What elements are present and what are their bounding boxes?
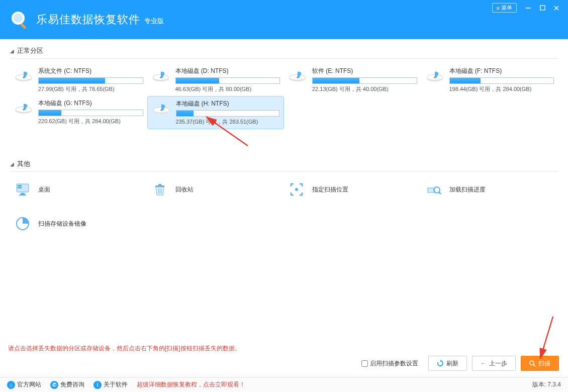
drive-name: 系统文件 (C: NTFS) [38, 67, 143, 75]
version-text: 版本: 7.3.4 [532, 380, 561, 389]
drive-stats: 235.37(GB) 可用，共 283.51(GB) [176, 118, 280, 126]
scan-label: 扫描 [538, 359, 550, 368]
partition-item[interactable]: 本地磁盘 (D: NTFS) 46.63(GB) 可用，共 80.00(GB) [147, 64, 285, 96]
other-item-load[interactable]: 加载扫描进度 [421, 177, 558, 202]
close-button[interactable] [550, 4, 563, 13]
app-subtitle: 专业版 [144, 17, 164, 26]
svg-point-15 [297, 76, 299, 78]
svg-point-1 [14, 14, 23, 23]
home-icon: ⌂ [7, 381, 15, 389]
drive-stats: 22.13(GB) 可用，共 40.00(GB) [312, 85, 417, 93]
svg-rect-27 [18, 187, 22, 188]
partitions-section: ◢ 正常分区 系统文件 (C: NTFS) 27.99(GB) 可用，共 78.… [10, 46, 558, 129]
app-logo-icon [9, 9, 30, 30]
other-label: 桌面 [38, 185, 50, 194]
maximize-button[interactable] [536, 4, 549, 13]
drive-stats: 27.99(GB) 可用，共 78.65(GB) [38, 85, 143, 93]
collapse-icon: ◢ [10, 161, 14, 167]
drive-stats: 46.63(GB) 可用，共 80.00(GB) [175, 85, 280, 93]
footer: ⌂ 官方网站 ✆ 免费咨询 i 关于软件 超级详细数据恢复教程，点击立即观看！ … [0, 377, 568, 392]
collapse-icon: ◢ [10, 48, 14, 54]
scan-params-checkbox[interactable]: 启用扫描参数设置 [361, 359, 418, 368]
other-label: 回收站 [175, 185, 194, 194]
partitions-header[interactable]: ◢ 正常分区 [10, 46, 558, 59]
svg-point-24 [160, 109, 162, 111]
desktop-icon [14, 181, 31, 198]
action-bar: 启用扫描参数设置 刷新 ← 上一步 扫描 [361, 356, 559, 371]
drive-name: 本地磁盘 (D: NTFS) [175, 67, 280, 75]
usage-bar [38, 110, 143, 116]
svg-point-12 [160, 76, 162, 78]
svg-point-35 [295, 188, 298, 191]
scan-button[interactable]: 扫描 [521, 356, 559, 371]
load-icon [425, 181, 442, 198]
drive-icon [425, 67, 444, 84]
partition-item[interactable]: 本地磁盘 (G: NTFS) 220.62(GB) 可用，共 284.00(GB… [10, 96, 147, 129]
prev-label: 上一步 [489, 359, 507, 368]
svg-point-40 [530, 361, 534, 365]
usage-bar [449, 77, 554, 84]
other-item-target[interactable]: 指定扫描位置 [284, 177, 421, 202]
other-item-recycle[interactable]: 回收站 [147, 177, 285, 202]
official-site-label: 官方网站 [17, 380, 41, 389]
scan-params-input[interactable] [361, 360, 368, 367]
other-item-desktop[interactable]: 桌面 [10, 177, 147, 202]
close-icon [553, 5, 559, 11]
svg-rect-4 [540, 6, 545, 10]
partition-item[interactable]: 本地磁盘 (H: NTFS) 235.37(GB) 可用，共 283.51(GB… [147, 96, 285, 129]
partitions-title: 正常分区 [17, 46, 43, 55]
drive-icon [152, 100, 171, 117]
partition-item[interactable]: 软件 (E: NTFS) 22.13(GB) 可用，共 40.00(GB) [284, 64, 421, 96]
info-icon: i [93, 381, 102, 389]
chat-icon: ✆ [50, 381, 58, 389]
svg-rect-28 [21, 193, 25, 194]
refresh-button[interactable]: 刷新 [428, 356, 467, 371]
partition-item[interactable]: 本地磁盘 (F: NTFS) 198.44(GB) 可用，共 284.00(GB… [421, 64, 558, 96]
drive-icon [14, 99, 33, 116]
target-icon [288, 181, 305, 198]
svg-point-18 [434, 76, 436, 78]
svg-rect-29 [19, 194, 26, 195]
drive-name: 软件 (E: NTFS) [312, 67, 417, 75]
svg-rect-30 [155, 185, 164, 187]
other-label: 指定扫描位置 [312, 185, 348, 194]
svg-rect-2 [20, 23, 26, 29]
svg-line-43 [540, 317, 553, 358]
svg-line-38 [439, 192, 441, 194]
other-label: 加载扫描进度 [449, 185, 486, 194]
drive-icon [14, 67, 33, 84]
drive-icon [288, 67, 307, 84]
usage-bar [312, 77, 417, 84]
other-item-image[interactable]: 扫描存储设备镜像 [10, 211, 147, 236]
search-icon [529, 360, 536, 367]
partition-item[interactable]: 系统文件 (C: NTFS) 27.99(GB) 可用，共 78.65(GB) [10, 64, 147, 96]
others-header[interactable]: ◢ 其他 [10, 159, 558, 172]
minimize-button[interactable] [522, 4, 535, 13]
usage-bar [175, 77, 280, 84]
refresh-label: 刷新 [446, 359, 458, 368]
consult-link[interactable]: ✆ 免费咨询 [50, 380, 84, 389]
partition-grid: 系统文件 (C: NTFS) 27.99(GB) 可用，共 78.65(GB) … [10, 64, 558, 129]
other-label: 扫描存储设备镜像 [38, 220, 86, 228]
drive-name: 本地磁盘 (H: NTFS) [176, 100, 280, 108]
svg-rect-26 [18, 185, 22, 186]
minimize-icon [525, 5, 531, 11]
drive-stats: 198.44(GB) 可用，共 284.00(GB) [449, 85, 554, 93]
image-icon [14, 215, 31, 232]
menu-label: 菜单 [501, 4, 512, 12]
official-site-link[interactable]: ⌂ 官方网站 [7, 380, 41, 389]
tutorial-link[interactable]: 超级详细数据恢复教程，点击立即观看！ [137, 380, 245, 389]
menu-button[interactable]: ≡ 菜单 [492, 3, 517, 13]
svg-line-41 [533, 364, 535, 366]
others-section: ◢ 其他 桌面 回收站 指定扫描位置 加载扫描进度 扫描存储设备镜像 [10, 159, 558, 236]
about-link[interactable]: i 关于软件 [93, 380, 128, 389]
drive-icon [151, 67, 170, 84]
recycle-icon [151, 181, 168, 198]
prev-button[interactable]: ← 上一步 [472, 356, 516, 371]
menu-icon: ≡ [497, 5, 500, 11]
svg-point-21 [23, 109, 25, 111]
refresh-icon [437, 360, 444, 367]
app-header: 乐易佳数据恢复软件 专业版 ≡ 菜单 [0, 0, 568, 39]
arrow-left-icon: ← [481, 360, 487, 367]
drive-name: 本地磁盘 (G: NTFS) [38, 99, 143, 108]
